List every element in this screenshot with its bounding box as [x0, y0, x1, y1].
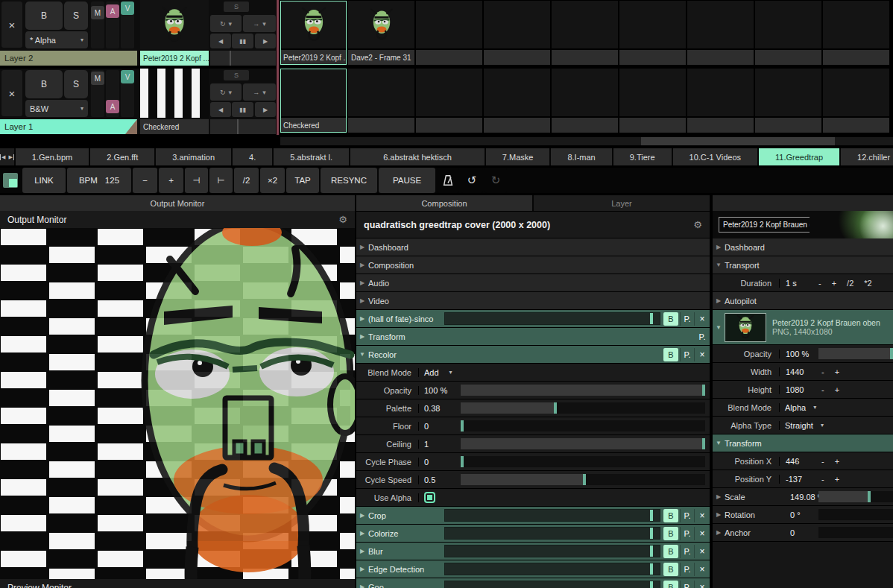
- gear-icon[interactable]: ⚙: [338, 214, 347, 225]
- chevron-right-icon[interactable]: ▶: [356, 548, 368, 554]
- chevron-right-icon[interactable]: ▶: [356, 297, 368, 304]
- deck-tab[interactable]: 4.: [233, 148, 272, 165]
- effect-row-goo[interactable]: ▶ Goo B P. ×: [356, 578, 710, 588]
- effect-mix-slider[interactable]: [444, 581, 660, 588]
- deck-tab[interactable]: 1.Gen.bpm: [16, 148, 89, 165]
- layer-close-button[interactable]: ×: [1, 1, 22, 48]
- tap-tempo-button[interactable]: TAP: [286, 168, 319, 193]
- clip-cell-empty[interactable]: [619, 1, 686, 65]
- bypass-button[interactable]: B: [663, 527, 678, 540]
- tab-output-monitor[interactable]: Output Monitor: [0, 195, 355, 211]
- ableton-link-button[interactable]: LINK: [22, 168, 66, 193]
- decrease-button[interactable]: -: [821, 475, 824, 484]
- bpm-increase-button[interactable]: +: [159, 168, 183, 193]
- ceiling-slider[interactable]: [461, 438, 705, 449]
- skip-to-last-deck-icon[interactable]: ▶: [7, 154, 13, 160]
- clip-cell[interactable]: Dave2 - Frame 31: [348, 1, 414, 65]
- next-frame-button[interactable]: ▶: [255, 34, 276, 48]
- group-composition[interactable]: ▶ Composition: [356, 256, 710, 274]
- effect-row-crop[interactable]: ▶ Crop B P. ×: [356, 507, 710, 525]
- clip-position-bar[interactable]: [210, 51, 276, 66]
- layer-solo-button[interactable]: S: [64, 70, 88, 98]
- params-button[interactable]: P.: [680, 581, 695, 588]
- resolume-logo-icon[interactable]: [0, 168, 21, 193]
- layer-bypass-button[interactable]: B: [25, 1, 63, 30]
- chevron-right-icon[interactable]: ▶: [356, 333, 368, 340]
- clip-solo-button[interactable]: S: [224, 1, 249, 12]
- chevron-right-icon[interactable]: ▶: [356, 279, 368, 286]
- effect-row-recolor[interactable]: ▼ Recolor B P. ×: [356, 346, 710, 364]
- chevron-right-icon[interactable]: ▶: [356, 566, 368, 572]
- chevron-right-icon[interactable]: ▶: [713, 511, 725, 518]
- active-clip-cell[interactable]: Checkered: [140, 69, 209, 134]
- remove-effect-button[interactable]: ×: [695, 563, 710, 576]
- audio-fader[interactable]: A: [106, 70, 119, 117]
- clip-cell-empty[interactable]: [416, 1, 482, 65]
- alpha-type-dropdown[interactable]: Straight ▾: [780, 421, 824, 430]
- clip-grid-scrollbar[interactable]: [280, 137, 893, 145]
- undo-icon[interactable]: ↺: [461, 168, 483, 193]
- increase-button[interactable]: +: [835, 475, 839, 484]
- scale-slider[interactable]: [818, 491, 893, 502]
- deck-tab[interactable]: 8.I-man: [551, 148, 611, 165]
- deck-tab[interactable]: 9.Tiere: [613, 148, 672, 165]
- clip-cell-empty[interactable]: [687, 1, 754, 65]
- layer-solo-button[interactable]: S: [64, 1, 88, 30]
- clip-position-bar[interactable]: [210, 119, 276, 134]
- deck-tab[interactable]: 5.abstrakt l.: [274, 148, 349, 165]
- params-button[interactable]: P.: [680, 348, 695, 361]
- clip-cell[interactable]: Checkered: [280, 69, 347, 133]
- previous-frame-button[interactable]: ◀: [210, 102, 231, 117]
- increase-button[interactable]: +: [835, 385, 839, 394]
- pause-clip-button[interactable]: ▮▮: [232, 34, 253, 48]
- layer-name-label[interactable]: Layer 1: [0, 119, 137, 134]
- tab-layer[interactable]: Layer: [534, 195, 710, 211]
- bpm-display[interactable]: BPM 125: [67, 168, 131, 193]
- bypass-button[interactable]: B: [663, 581, 678, 588]
- play-direction-dropdown[interactable]: → ▾: [243, 83, 276, 101]
- decrease-button[interactable]: -: [821, 457, 824, 466]
- pause-composition-button[interactable]: PAUSE: [379, 168, 435, 193]
- decrease-button[interactable]: -: [821, 385, 824, 394]
- clip-cell-empty[interactable]: [552, 1, 618, 65]
- bpm-halve-button[interactable]: /2: [234, 168, 259, 193]
- decrease-button[interactable]: -: [821, 367, 824, 376]
- group-video[interactable]: ▶ Video: [356, 292, 710, 310]
- clip-cell-empty[interactable]: [416, 69, 482, 133]
- chevron-down-icon[interactable]: ▼: [713, 324, 725, 331]
- bypass-button[interactable]: B: [663, 312, 678, 326]
- anchor-slider[interactable]: [818, 527, 893, 538]
- floor-slider[interactable]: [461, 420, 705, 431]
- remove-effect-button[interactable]: ×: [695, 348, 710, 361]
- chevron-right-icon[interactable]: ▶: [356, 584, 368, 588]
- group-dashboard[interactable]: ▶ Dashboard: [356, 238, 710, 256]
- chevron-right-icon[interactable]: ▶: [356, 315, 368, 322]
- params-button[interactable]: P.: [695, 330, 710, 344]
- clip-solo-button[interactable]: S: [224, 70, 249, 80]
- deck-tab[interactable]: 7.Maske: [486, 148, 550, 165]
- effect-row-edge-detection[interactable]: ▶ Edge Detection B P. ×: [356, 560, 710, 578]
- chevron-down-icon[interactable]: ▼: [356, 351, 368, 358]
- clip-cell-empty[interactable]: [755, 1, 821, 65]
- remove-effect-button[interactable]: ×: [695, 581, 710, 588]
- clip-cell-empty[interactable]: [823, 69, 889, 133]
- chevron-right-icon[interactable]: ▶: [713, 244, 725, 250]
- master-fader[interactable]: M: [91, 1, 104, 48]
- group-transform[interactable]: ▼ Transform: [713, 434, 893, 452]
- chevron-right-icon[interactable]: ▶: [713, 493, 725, 500]
- redo-icon[interactable]: ↻: [485, 168, 507, 193]
- blend-mode-dropdown[interactable]: Add ▾: [419, 368, 452, 377]
- cycle-speed-slider[interactable]: [461, 474, 705, 485]
- bypass-button[interactable]: B: [663, 545, 678, 558]
- layer-name-label[interactable]: Layer 2: [0, 51, 137, 66]
- clip-name-field[interactable]: Peter2019 2 Kopf Brauen o...: [719, 217, 812, 233]
- duration-decrease-button[interactable]: -: [818, 279, 821, 288]
- gear-icon[interactable]: ⚙: [693, 219, 702, 230]
- deck-tab[interactable]: 12.chiller: [841, 148, 893, 165]
- effect-mix-slider[interactable]: [444, 527, 660, 540]
- remove-effect-button[interactable]: ×: [695, 527, 710, 540]
- params-button[interactable]: P.: [680, 509, 695, 522]
- effect-mix-slider[interactable]: [444, 545, 660, 557]
- clip-cell-empty[interactable]: [619, 69, 686, 133]
- group-autopilot[interactable]: ▶ Autopilot: [713, 292, 893, 310]
